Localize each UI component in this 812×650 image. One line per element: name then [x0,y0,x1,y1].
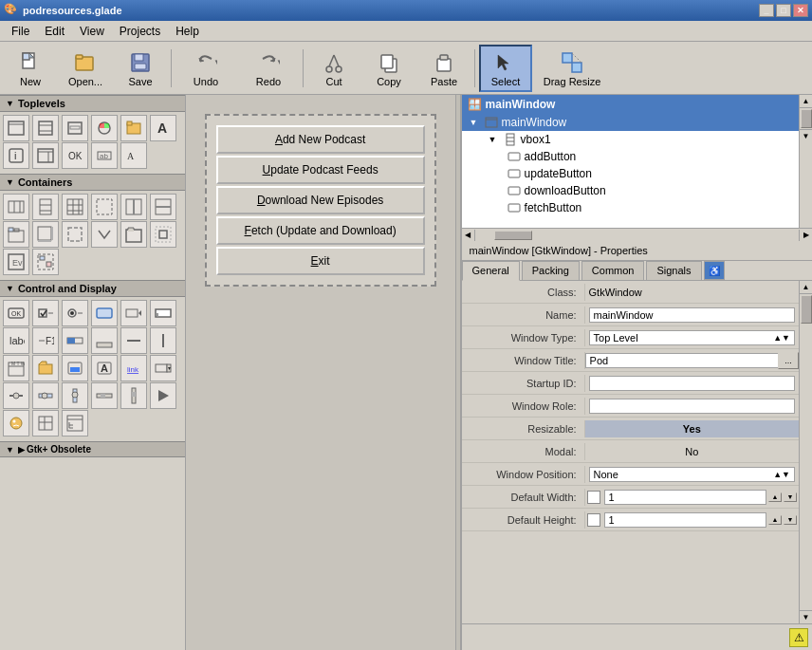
widget-window[interactable] [3,115,29,141]
widget-calendar[interactable]: M T W [3,355,29,381]
widget-table[interactable] [62,194,88,220]
widget-frame[interactable] [120,221,147,248]
widget-radiobutton[interactable] [62,300,88,326]
widget-label3[interactable]: A [120,142,147,169]
tab-packing[interactable]: Packing [522,261,580,280]
maximize-button[interactable]: □ [776,4,791,17]
widget-label1[interactable]: OK [62,142,88,169]
open-button[interactable]: Open... [59,45,112,92]
widget-scrolled[interactable] [32,221,59,248]
default-width-down[interactable]: ▼ [784,492,797,502]
obsolete-header[interactable]: ▶ Gtk+ Obsolete [0,441,185,457]
widget-play[interactable] [150,382,176,409]
tab-accessibility[interactable]: ♿ [704,261,725,280]
add-podcast-button[interactable]: Add New Podcast [216,125,425,154]
tree-item-addbutton[interactable]: addButton [462,148,799,165]
widget-viewport[interactable] [62,221,88,248]
tree-item-mainwindow[interactable]: ▼ mainWindow [462,114,799,131]
paste-button[interactable]: Paste [417,45,471,92]
resizable-value[interactable]: Yes [585,420,799,437]
fetch-button[interactable]: Fetch (Update and Download) [216,216,425,245]
properties-scrollbar[interactable]: ▲ ▼ [799,281,812,623]
widget-assistant[interactable] [32,142,59,169]
widget-layout[interactable] [32,249,59,275]
widget-vsep[interactable] [150,327,176,354]
widget-checkbutton[interactable] [32,300,59,326]
widget-entry[interactable] [150,300,176,326]
menu-view[interactable]: View [72,23,112,40]
default-width-input[interactable] [604,490,766,505]
widget-notebook[interactable] [3,221,29,248]
widget-spinbutton[interactable] [120,300,147,326]
widget-statusbar[interactable] [91,327,118,354]
update-feeds-button[interactable]: Update Podcast Feeds [216,156,425,184]
tree-item-vbox1[interactable]: ▼ vbox1 [462,131,799,148]
undo-button[interactable]: ▼ Undo [175,45,236,92]
window-role-input[interactable] [589,399,795,414]
widget-font-selector[interactable]: A [150,115,176,141]
window-title-input[interactable] [585,353,778,368]
widget-combobox[interactable] [150,355,176,381]
redo-button[interactable]: ▼ Redo [238,45,299,92]
new-button[interactable]: New [4,45,57,92]
default-width-up[interactable]: ▲ [768,492,782,502]
widget-label-dash[interactable]: F1 [32,327,59,354]
widget-expander[interactable] [91,221,118,248]
widget-alignment[interactable] [150,221,176,248]
widget-filechooser[interactable] [32,355,59,381]
widget-file-selector[interactable] [120,115,147,141]
widget-dialog[interactable] [32,115,59,141]
copy-button[interactable]: Copy [362,45,415,92]
default-height-down[interactable]: ▼ [784,515,797,525]
toplevels-header[interactable]: Toplevels [0,95,185,112]
default-height-up[interactable]: ▲ [768,515,782,525]
tree-item-updatebutton[interactable]: updateButton [462,165,799,182]
tab-common[interactable]: Common [581,261,645,280]
default-height-input[interactable] [604,512,766,528]
widget-about[interactable]: i [3,142,29,169]
widget-vpaned[interactable] [150,194,176,220]
widget-vbox[interactable] [32,194,59,220]
widget-hsep[interactable] [120,327,147,354]
tree-h-scrollbar[interactable]: ◀ ▶ [462,228,812,241]
control-display-header[interactable]: Control and Display [0,280,185,297]
window-type-select[interactable]: Top Level ▲▼ [589,330,795,345]
widget-treeview[interactable] [62,410,88,436]
minimize-button[interactable]: _ [759,4,774,17]
name-input[interactable] [589,307,795,323]
widget-fontbutton[interactable]: A [91,355,118,381]
containers-header[interactable]: Containers [0,174,185,191]
widget-hscale[interactable] [32,382,59,409]
widget-progress[interactable] [62,327,88,354]
window-position-select[interactable]: None ▲▼ [589,467,795,482]
tab-general[interactable]: General [462,261,520,281]
widget-button[interactable]: OK [3,300,29,326]
widget-label[interactable]: label [3,327,29,354]
widget-vscrollbar[interactable] [120,382,147,409]
drag-resize-button[interactable]: Drag Resize [534,45,610,92]
widget-eventbox[interactable]: Ev [3,249,29,275]
menu-file[interactable]: File [4,23,37,40]
widget-linkbutton[interactable]: link [120,355,147,381]
select-button[interactable]: Select [479,45,532,92]
save-button[interactable]: Save [114,45,167,92]
menu-edit[interactable]: Edit [37,23,72,40]
menu-help[interactable]: Help [168,23,207,40]
window-title-browse[interactable]: ... [778,352,799,369]
exit-button[interactable]: Exit [216,247,425,275]
startup-id-input[interactable] [589,376,795,391]
widget-colorbutton[interactable] [62,355,88,381]
widget-fixed[interactable] [91,194,118,220]
widget-hscrollbar[interactable] [91,382,118,409]
tree-item-fetchbutton[interactable]: fetchButton [462,199,799,216]
widget-icon2[interactable] [32,410,59,436]
widget-input-dialog[interactable] [62,115,88,141]
cut-button[interactable]: Cut [307,45,360,92]
widget-hbox[interactable] [3,194,29,220]
widget-icon1[interactable] [3,410,29,436]
widget-vscale[interactable] [62,382,88,409]
widget-togglebutton[interactable] [91,300,118,326]
tree-item-downloadbutton[interactable]: downloadButton [462,182,799,199]
close-button[interactable]: ✕ [793,4,808,17]
widget-label2[interactable]: ab [91,142,118,169]
